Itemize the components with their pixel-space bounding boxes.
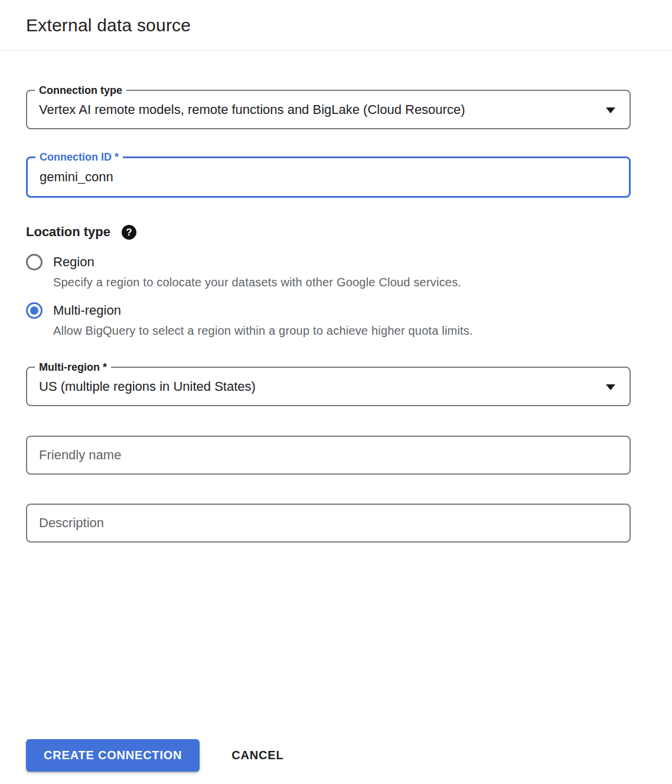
cancel-button[interactable]: CANCEL [228, 743, 287, 768]
radio-region-label: Region [53, 254, 94, 270]
connection-type-value: Vertex AI remote models, remote function… [39, 102, 465, 117]
multi-region-label: Multi-region * [35, 360, 111, 374]
location-type-label: Location type [26, 224, 110, 240]
dialog-header: External data source [0, 0, 672, 50]
external-data-source-form: Connection type Vertex AI remote models,… [0, 90, 672, 543]
connection-id-input[interactable] [40, 169, 596, 185]
friendly-name-input[interactable] [26, 436, 631, 475]
connection-id-label: Connection ID * [35, 150, 123, 164]
radio-multi-region-description: Allow BigQuery to select a region within… [53, 324, 631, 338]
radio-multi-region-control[interactable] [26, 302, 43, 319]
radio-region-control[interactable] [26, 254, 43, 270]
connection-type-label: Connection type [35, 83, 126, 97]
description-input[interactable] [26, 504, 631, 543]
create-connection-button[interactable]: CREATE CONNECTION [26, 739, 200, 772]
radio-option-multi-region[interactable]: Multi-region [26, 302, 631, 319]
multi-region-select[interactable]: Multi-region * US (multiple regions in U… [26, 367, 631, 406]
page-title: External data source [26, 15, 646, 35]
connection-type-select[interactable]: Connection type Vertex AI remote models,… [26, 90, 631, 129]
connection-id-field[interactable]: Connection ID * [26, 156, 631, 198]
help-icon[interactable]: ? [122, 225, 136, 240]
radio-region-description: Specify a region to colocate your datase… [53, 276, 631, 289]
action-bar: CREATE CONNECTION CANCEL [26, 739, 287, 772]
radio-option-region[interactable]: Region [26, 254, 631, 270]
radio-multi-region-label: Multi-region [53, 303, 121, 318]
location-type-section: Location type ? [26, 224, 631, 240]
header-divider [0, 50, 672, 51]
multi-region-value: US (multiple regions in United States) [39, 379, 256, 394]
chevron-down-icon [606, 107, 615, 113]
chevron-down-icon [606, 384, 615, 390]
